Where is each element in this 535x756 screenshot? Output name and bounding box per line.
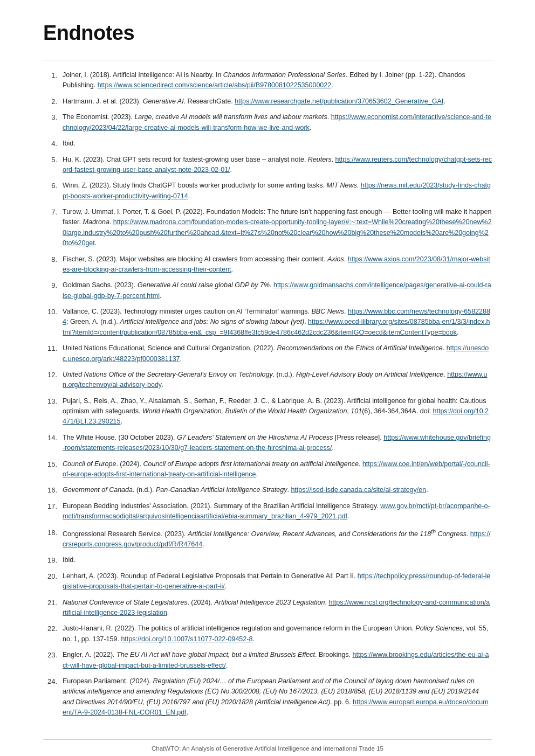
endnote-content: Goldman Sachs. (2023). Generative AI cou…: [63, 280, 492, 301]
endnote-link[interactable]: https://www.reuters.com/technology/chatg…: [63, 156, 492, 174]
endnote-item: 1.Joiner, I. (2018). Artificial Intellig…: [43, 70, 492, 91]
endnote-item: 9.Goldman Sachs. (2023). Generative AI c…: [43, 280, 492, 301]
endnote-content: Hartmann, J. et al. (2023). Generative A…: [63, 96, 492, 107]
endnote-link[interactable]: https://techpolicy.press/roundup-of-fede…: [63, 572, 490, 590]
endnote-item: 18.Congressional Research Service. (2023…: [43, 528, 492, 550]
endnote-item: 6.Winn, Z. (2023). Study finds ChatGPT b…: [43, 181, 492, 202]
endnote-link[interactable]: https://ised-isde.canada.ca/site/ai-stra…: [291, 486, 426, 494]
endnote-item: 13.Pujari, S., Reis, A., Zhao, Y., Alsal…: [43, 396, 492, 427]
endnote-link[interactable]: https://doi.org/10.1007/s11077-022-09452…: [121, 635, 252, 643]
page-title: Endnotes: [43, 22, 492, 45]
endnote-item: 7.Turow, J. Ummat, I. Porter, T. & Goel,…: [43, 207, 492, 249]
endnote-item: 23.Engler, A. (2022). The EU AI Act will…: [43, 650, 492, 671]
endnote-number: 22.: [43, 623, 63, 634]
endnote-number: 2.: [43, 96, 63, 107]
endnote-item: 17.European Bedding Industries' Associat…: [43, 501, 492, 522]
endnote-content: The White House. (30 October 2023). G7 L…: [63, 433, 492, 454]
endnote-number: 6.: [43, 181, 63, 191]
endnote-content: Justo-Hanani, R. (2022). The politics of…: [63, 623, 492, 644]
endnote-number: 17.: [43, 501, 63, 512]
endnote-content: Congressional Research Service. (2023). …: [63, 528, 492, 550]
endnote-content: Vallance, C. (2023). Technology minister…: [63, 307, 492, 338]
endnote-link[interactable]: https://www.axios.com/2023/08/31/major-w…: [63, 255, 490, 273]
endnote-item: 20.Lenhart, A. (2023). Roundup of Federa…: [43, 571, 492, 592]
endnote-item: 2.Hartmann, J. et al. (2023). Generative…: [43, 96, 492, 107]
endnote-item: 11.United Nations Educational, Science a…: [43, 343, 492, 364]
endnote-link[interactable]: https://news.mit.edu/2023/study-finds-ch…: [63, 182, 491, 199]
endnote-content: United Nations Office of the Secretary-G…: [63, 370, 492, 391]
endnote-number: 3.: [43, 112, 63, 123]
title-separator: [43, 60, 492, 60]
endnote-number: 8.: [43, 254, 63, 265]
endnote-number: 9.: [43, 280, 63, 291]
endnote-link[interactable]: www.gov.br/mcti/pt-br/acompanhe-o-mcti/t…: [63, 502, 490, 520]
endnote-item: 5.Hu, K. (2023). Chat GPT sets record fo…: [43, 155, 492, 176]
endnote-number: 16.: [43, 485, 63, 496]
endnote-content: Fischer, S. (2023). Major websites are b…: [63, 254, 492, 275]
endnote-content: Government of Canada. (n.d.). Pan-Canadi…: [63, 485, 492, 495]
endnote-number: 14.: [43, 433, 63, 443]
endnotes-list: 1.Joiner, I. (2018). Artificial Intellig…: [43, 70, 492, 718]
endnote-content: National Conference of State Legislature…: [63, 598, 492, 619]
endnote-item: 4.Ibid.: [43, 138, 492, 149]
endnote-link[interactable]: https://www.goldmansachs.com/intelligenc…: [63, 281, 491, 299]
endnote-number: 10.: [43, 307, 63, 317]
endnote-content: Ibid.: [63, 555, 492, 565]
endnote-item: 12.United Nations Office of the Secretar…: [43, 370, 492, 391]
endnote-content: The Economist. (2023). Large, creative A…: [63, 112, 492, 133]
endnote-number: 21.: [43, 598, 63, 608]
endnote-item: 3.The Economist. (2023). Large, creative…: [43, 112, 492, 133]
endnote-number: 19.: [43, 555, 63, 566]
endnote-item: 15.Council of Europe. (2024). Council of…: [43, 459, 492, 480]
endnote-number: 1.: [43, 70, 63, 81]
endnote-number: 18.: [43, 528, 63, 538]
endnote-number: 5.: [43, 155, 63, 165]
endnote-number: 4.: [43, 138, 63, 149]
endnote-item: 14.The White House. (30 October 2023). G…: [43, 433, 492, 454]
endnote-number: 24.: [43, 676, 63, 687]
endnote-item: 16.Government of Canada. (n.d.). Pan-Can…: [43, 485, 492, 496]
endnote-link[interactable]: https://www.sciencedirect.com/science/ar…: [98, 81, 332, 89]
endnote-content: Ibid.: [63, 138, 492, 149]
endnote-item: 8.Fischer, S. (2023). Major websites are…: [43, 254, 492, 275]
endnote-content: Joiner, I. (2018). Artificial Intelligen…: [63, 70, 492, 91]
endnote-content: Lenhart, A. (2023). Roundup of Federal L…: [63, 571, 492, 592]
endnote-content: Engler, A. (2022). The EU AI Act will ha…: [63, 650, 492, 671]
endnote-number: 20.: [43, 571, 63, 582]
endnote-content: Turow, J. Ummat, I. Porter, T. & Goel, P…: [63, 207, 492, 249]
endnote-content: European Parliament. (2024). Regulation …: [63, 676, 492, 718]
endnote-item: 24.European Parliament. (2024). Regulati…: [43, 676, 492, 718]
endnote-item: 10.Vallance, C. (2023). Technology minis…: [43, 307, 492, 338]
endnote-link[interactable]: https://www.madrona.com/foundation-model…: [63, 218, 492, 247]
endnote-content: Pujari, S., Reis, A., Zhao, Y., Alsalama…: [63, 396, 492, 427]
endnote-content: Council of Europe. (2024). Council of Eu…: [63, 459, 492, 480]
endnote-item: 19.Ibid.: [43, 555, 492, 566]
endnote-number: 12.: [43, 370, 63, 380]
endnote-number: 13.: [43, 396, 63, 407]
page-container: Endnotes 1.Joiner, I. (2018). Artificial…: [0, 0, 535, 756]
endnote-item: 21.National Conference of State Legislat…: [43, 598, 492, 619]
endnote-content: Hu, K. (2023). Chat GPT sets record for …: [63, 155, 492, 176]
endnote-content: Winn, Z. (2023). Study finds ChatGPT boo…: [63, 181, 492, 202]
endnote-content: United Nations Educational, Science and …: [63, 343, 492, 364]
endnote-content: European Bedding Industries' Association…: [63, 501, 492, 522]
endnote-item: 22.Justo-Hanani, R. (2022). The politics…: [43, 623, 492, 644]
endnote-number: 11.: [43, 343, 63, 354]
footer-text: ChatWTO: An Analysis of Generative Artif…: [152, 745, 383, 752]
page-footer: ChatWTO: An Analysis of Generative Artif…: [43, 739, 492, 752]
endnote-number: 7.: [43, 207, 63, 218]
endnote-link[interactable]: https://www.researchgate.net/publication…: [235, 98, 443, 105]
endnote-number: 15.: [43, 459, 63, 470]
endnote-number: 23.: [43, 650, 63, 661]
